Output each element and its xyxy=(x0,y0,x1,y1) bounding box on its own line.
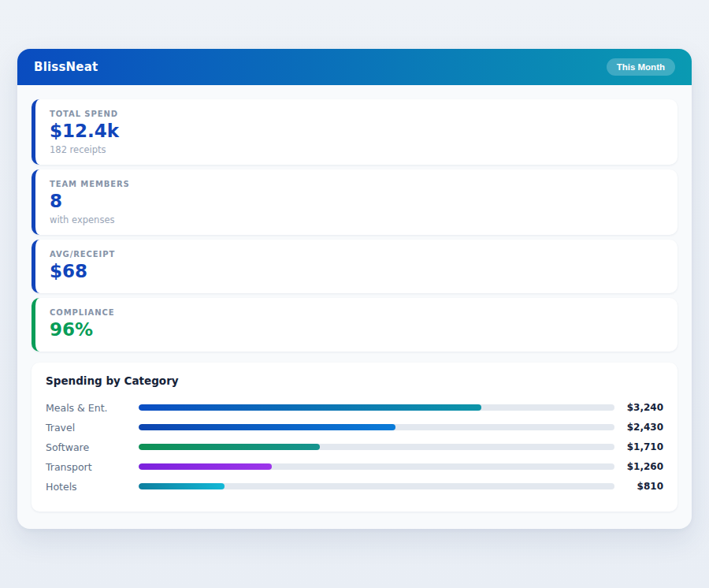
category-bar-track xyxy=(139,483,614,489)
category-rows: Meals & Ent. $3,240 Travel $2,430 Softwa… xyxy=(46,398,663,497)
chart-title: Spending by Category xyxy=(46,374,663,387)
category-label: Meals & Ent. xyxy=(46,402,139,414)
stat-card-team-members: TEAM MEMBERS 8 with expenses xyxy=(32,169,677,235)
stat-label: TEAM MEMBERS xyxy=(50,180,663,188)
category-row: Hotels $810 xyxy=(46,477,663,497)
category-row: Transport $1,260 xyxy=(46,457,663,477)
dashboard-content: TOTAL SPEND $12.4k 182 receipts TEAM MEM… xyxy=(17,85,692,529)
category-bar-fill xyxy=(139,444,320,450)
category-label: Travel xyxy=(46,422,139,434)
app-header: BlissNeat This Month xyxy=(17,49,692,85)
stat-value: $68 xyxy=(50,260,663,284)
stat-label: TOTAL SPEND xyxy=(50,110,663,118)
category-value: $810 xyxy=(614,481,663,492)
category-row: Software $1,710 xyxy=(46,437,663,457)
dashboard-container: BlissNeat This Month TOTAL SPEND $12.4k … xyxy=(17,49,692,529)
category-bar-track xyxy=(139,404,614,411)
stat-label: COMPLIANCE xyxy=(50,308,663,317)
category-row: Meals & Ent. $3,240 xyxy=(46,398,663,418)
stat-label: AVG/RECEIPT xyxy=(50,250,663,259)
stat-value: 8 xyxy=(50,190,663,214)
category-value: $3,240 xyxy=(614,402,663,413)
category-label: Software xyxy=(46,441,139,453)
category-value: $1,710 xyxy=(614,441,663,452)
stat-sub: 182 receipts xyxy=(50,144,663,155)
category-bar-fill xyxy=(139,404,481,411)
stat-sub: with expenses xyxy=(50,214,663,225)
app-title: BlissNeat xyxy=(34,60,98,74)
spending-chart-card: Spending by Category Meals & Ent. $3,240… xyxy=(32,363,677,512)
stat-card-avg-receipt: AVG/RECEIPT $68 xyxy=(32,240,677,293)
category-bar-fill xyxy=(139,463,272,470)
stat-card-compliance: COMPLIANCE 96% xyxy=(32,298,677,352)
stat-card-total-spend: TOTAL SPEND $12.4k 182 receipts xyxy=(32,99,677,165)
category-row: Travel $2,430 xyxy=(46,418,663,437)
category-value: $1,260 xyxy=(614,461,663,472)
stat-value: $12.4k xyxy=(50,120,663,143)
category-bar-fill xyxy=(139,483,225,489)
category-value: $2,430 xyxy=(614,422,663,433)
period-badge[interactable]: This Month xyxy=(607,58,675,76)
category-bar-track xyxy=(139,424,614,430)
category-bar-fill xyxy=(139,424,395,430)
category-label: Hotels xyxy=(46,481,139,493)
category-bar-track xyxy=(139,463,614,470)
stat-value: 96% xyxy=(50,318,663,342)
category-label: Transport xyxy=(46,461,139,473)
category-bar-track xyxy=(139,444,614,450)
